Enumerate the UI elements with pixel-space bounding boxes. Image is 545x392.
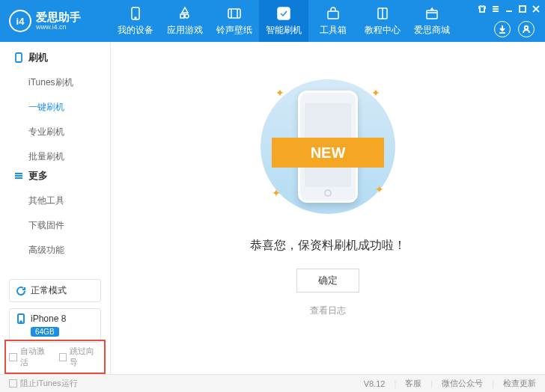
cart-icon: [424, 5, 440, 22]
device-name: iPhone 8: [31, 313, 66, 324]
side-item[interactable]: 其他工具: [13, 189, 97, 213]
nav-book[interactable]: 教程中心: [358, 0, 407, 42]
side-item[interactable]: iTunes刷机: [13, 70, 97, 95]
side-group-title: 刷机: [13, 51, 97, 64]
device-box[interactable]: iPhone 8 64GB: [9, 308, 101, 343]
nav-flash[interactable]: 智能刷机: [259, 0, 308, 42]
status-link[interactable]: 客服: [405, 378, 421, 389]
ribbon-text: NEW: [272, 138, 384, 168]
top-nav: 我的设备应用游戏铃声壁纸智能刷机工具箱教程中心爱思商城: [111, 0, 457, 42]
version: V8.12: [364, 379, 386, 388]
logo-icon: i4: [9, 10, 31, 32]
toolbox-icon: [325, 5, 341, 22]
svg-rect-9: [16, 53, 22, 62]
download-icon[interactable]: [494, 21, 511, 37]
status-link[interactable]: 微信公众号: [442, 378, 483, 389]
flash-icon: [275, 5, 292, 22]
side-group-title: 更多: [13, 169, 97, 183]
sidebar: 刷机iTunes刷机一键刷机专业刷机批量刷机更多其他工具下载固件高级功能 正常模…: [0, 42, 111, 374]
svg-point-11: [20, 321, 22, 322]
minimize-icon[interactable]: [505, 3, 514, 12]
user-icon[interactable]: [518, 21, 535, 37]
phone-icon: [16, 313, 26, 324]
statusbar: 阻止iTunes运行 V8.12|客服|微信公众号|检查更新: [0, 374, 545, 392]
titlebar: i4 爱思助手 www.i4.cn 我的设备应用游戏铃声壁纸智能刷机工具箱教程中…: [0, 0, 545, 42]
side-item[interactable]: 批量刷机: [13, 144, 97, 169]
side-item[interactable]: 专业刷机: [13, 120, 97, 144]
nav-ringtone[interactable]: 铃声壁纸: [210, 0, 259, 42]
device-icon: [127, 5, 144, 22]
ringtone-icon: [226, 5, 243, 22]
svg-rect-6: [427, 10, 437, 19]
svg-point-8: [525, 26, 528, 29]
brand-name: 爱思助手: [36, 11, 81, 22]
block-itunes-checkbox[interactable]: 阻止iTunes运行: [9, 378, 78, 389]
tshirt-icon[interactable]: [478, 3, 487, 12]
success-message: 恭喜您，保资料刷机成功啦！: [250, 238, 406, 254]
book-icon: [374, 5, 391, 22]
svg-rect-2: [228, 9, 240, 18]
checkbox[interactable]: 自动激活: [9, 346, 52, 368]
window-controls: [478, 3, 541, 12]
svg-rect-4: [328, 11, 338, 19]
apps-icon: [177, 5, 193, 22]
refresh-icon: [16, 286, 26, 296]
svg-rect-7: [520, 6, 526, 12]
checks-highlight: 自动激活跳过向导: [4, 340, 106, 374]
mode-label: 正常模式: [31, 284, 67, 297]
view-log-link[interactable]: 查看日志: [310, 304, 346, 317]
ok-button[interactable]: 确定: [296, 269, 359, 293]
nav-apps[interactable]: 应用游戏: [160, 0, 210, 42]
checkbox[interactable]: 跳过向导: [59, 346, 102, 368]
side-item[interactable]: 一键刷机: [13, 95, 97, 120]
storage-badge: 64GB: [31, 327, 59, 337]
logo[interactable]: i4 爱思助手 www.i4.cn: [0, 10, 111, 32]
nav-device[interactable]: 我的设备: [111, 0, 160, 42]
nav-toolbox[interactable]: 工具箱: [308, 0, 358, 42]
menu-icon[interactable]: [491, 3, 500, 12]
content-area: ✦✦✦✦ NEW 恭喜您，保资料刷机成功啦！ 确定 查看日志: [111, 42, 545, 374]
svg-point-1: [135, 17, 136, 19]
side-item[interactable]: 下载固件: [13, 213, 97, 238]
close-icon[interactable]: [532, 3, 541, 12]
status-link[interactable]: 检查更新: [503, 378, 536, 389]
success-illustration: ✦✦✦✦ NEW: [253, 72, 403, 221]
svg-rect-3: [278, 7, 290, 19]
side-item[interactable]: 高级功能: [13, 238, 97, 263]
maximize-icon[interactable]: [518, 3, 527, 12]
titlebar-right-icons: [494, 21, 535, 37]
brand-url: www.i4.cn: [36, 24, 81, 31]
nav-cart[interactable]: 爱思商城: [407, 0, 457, 42]
mode-box[interactable]: 正常模式: [9, 279, 101, 302]
